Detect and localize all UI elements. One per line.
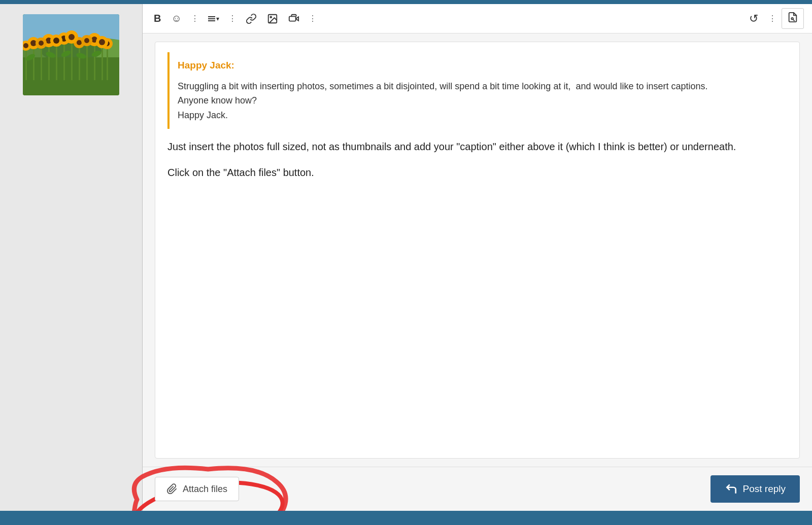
- svg-rect-9: [94, 41, 95, 80]
- svg-point-47: [270, 16, 272, 18]
- avatar: [23, 14, 119, 95]
- svg-point-32: [39, 41, 44, 46]
- svg-rect-8: [79, 44, 80, 80]
- quote-author: Happy Jack:: [178, 58, 779, 73]
- more-options-3[interactable]: ⋮: [307, 12, 319, 25]
- svg-rect-13: [56, 42, 57, 80]
- more-options-4[interactable]: ⋮: [766, 12, 779, 25]
- svg-point-34: [53, 38, 59, 44]
- search-document-button[interactable]: [782, 8, 804, 29]
- content-area: Happy Jack: Struggling a bit with insert…: [143, 33, 812, 467]
- toolbar: B ☺ ⋮ ▾ ⋮: [143, 4, 812, 33]
- attach-files-button[interactable]: Attach files: [155, 477, 239, 501]
- reply-text-2: Click on the "Attach files" button.: [167, 165, 787, 181]
- image-button[interactable]: [264, 11, 281, 26]
- reply-icon: [725, 482, 738, 496]
- quote-block: Happy Jack: Struggling a bit with insert…: [167, 52, 787, 129]
- list-button[interactable]: ▾: [205, 13, 222, 24]
- editor-area: B ☺ ⋮ ▾ ⋮: [143, 4, 812, 511]
- left-sidebar: [0, 4, 142, 511]
- reply-text-1: Just insert the photos full sized, not a…: [167, 139, 787, 155]
- bottom-bar: Attach files Post reply: [143, 467, 812, 511]
- svg-rect-6: [48, 42, 50, 80]
- svg-point-36: [69, 34, 75, 40]
- svg-rect-7: [63, 40, 65, 80]
- attach-files-label: Attach files: [183, 484, 227, 495]
- svg-point-49: [791, 18, 793, 20]
- undo-button[interactable]: ↺: [744, 9, 763, 28]
- svg-point-30: [23, 43, 28, 48]
- svg-point-24: [77, 40, 82, 45]
- bold-button[interactable]: B: [151, 11, 164, 26]
- quote-text: Struggling a bit with inserting photos, …: [178, 79, 779, 123]
- svg-line-50: [793, 20, 795, 21]
- link-button[interactable]: [243, 11, 260, 26]
- video-button[interactable]: [285, 11, 302, 26]
- editor-box[interactable]: Happy Jack: Struggling a bit with insert…: [155, 42, 800, 459]
- post-reply-label: Post reply: [743, 483, 786, 495]
- svg-rect-5: [33, 45, 35, 80]
- bottom-footer: [0, 511, 812, 525]
- emoji-button[interactable]: ☺: [168, 11, 184, 26]
- more-options-2[interactable]: ⋮: [226, 12, 239, 25]
- svg-rect-11: [25, 47, 27, 80]
- more-options-1[interactable]: ⋮: [189, 12, 201, 25]
- svg-rect-48: [289, 16, 296, 21]
- svg-rect-14: [71, 39, 73, 80]
- svg-rect-12: [41, 45, 42, 80]
- svg-point-38: [84, 38, 89, 43]
- svg-rect-10: [107, 45, 108, 80]
- svg-rect-15: [86, 42, 88, 80]
- post-reply-button[interactable]: Post reply: [710, 475, 800, 503]
- top-bar: [0, 0, 812, 4]
- svg-point-40: [99, 39, 105, 45]
- svg-rect-16: [101, 44, 103, 80]
- paperclip-icon: [166, 483, 178, 495]
